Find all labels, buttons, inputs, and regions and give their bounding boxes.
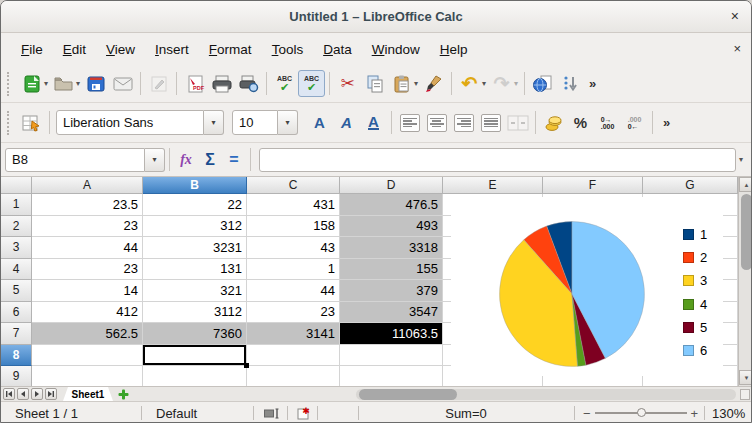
scroll-up-icon[interactable]: ▲ (739, 177, 752, 192)
paste-button[interactable] (388, 70, 415, 97)
font-size-combobox[interactable]: 10 ▾ (232, 110, 298, 135)
zoom-slider-track[interactable] (595, 412, 687, 414)
cut-button[interactable]: ✂ (334, 70, 361, 97)
redo-button[interactable]: ↷ (488, 70, 515, 97)
row-header-2[interactable]: 2 (1, 216, 32, 238)
hyperlink-button[interactable] (529, 70, 556, 97)
cell-cursor-handle[interactable] (244, 363, 249, 368)
align-center-button[interactable] (423, 109, 450, 136)
cell-B5[interactable]: 321 (143, 280, 247, 302)
name-box[interactable]: B8 (5, 148, 145, 172)
add-sheet-button[interactable] (115, 388, 131, 401)
previous-sheet-button[interactable] (17, 388, 29, 400)
sheet-number-status[interactable]: Sheet 1 / 1 (15, 402, 78, 423)
auto-spellcheck-button[interactable]: ABC ✔ (298, 70, 325, 97)
cell-A6[interactable]: 412 (32, 302, 143, 324)
row-header-1[interactable]: 1 (1, 194, 32, 216)
cell-D7[interactable]: 11063.5 (340, 323, 443, 345)
column-header-D[interactable]: D (340, 177, 443, 194)
percent-format-button[interactable]: % (567, 109, 594, 136)
formula-input-line[interactable] (259, 148, 736, 172)
menu-view[interactable]: View (96, 38, 145, 61)
copy-button[interactable] (361, 70, 388, 97)
cell-A8[interactable] (32, 345, 143, 367)
cell-A5[interactable]: 14 (32, 280, 143, 302)
styles-button[interactable] (18, 109, 45, 136)
zoom-level-status[interactable]: 130% (712, 402, 745, 423)
menu-file[interactable]: File (11, 38, 53, 61)
row-header-5[interactable]: 5 (1, 280, 32, 302)
formula-button[interactable]: = (222, 148, 246, 172)
cell-B1[interactable]: 22 (143, 194, 247, 216)
name-box-dropdown-icon[interactable]: ▾ (145, 148, 165, 172)
cell-B3[interactable]: 3231 (143, 237, 247, 259)
zoom-out-icon[interactable]: − (583, 406, 591, 421)
cell-A3[interactable]: 44 (32, 237, 143, 259)
window-close-icon[interactable]: × (731, 9, 739, 23)
new-document-button[interactable] (18, 70, 45, 97)
next-sheet-button[interactable] (31, 388, 43, 400)
font-name-combobox[interactable]: Liberation Sans ▾ (56, 110, 224, 135)
vertical-scrollbar[interactable]: ▲ ▼ (738, 177, 752, 386)
page-style-status[interactable]: Default (156, 402, 197, 423)
cell-A1[interactable]: 23.5 (32, 194, 143, 216)
cell-D1[interactable]: 476.5 (340, 194, 443, 216)
row-header-9[interactable]: 9 (1, 366, 32, 386)
column-header-E[interactable]: E (443, 177, 543, 194)
zoom-slider-handle[interactable] (637, 408, 646, 417)
underline-button[interactable]: A (360, 109, 387, 136)
menu-edit[interactable]: Edit (53, 38, 96, 61)
embedded-pie-chart[interactable]: 123456 (451, 197, 723, 376)
cell-B7[interactable]: 7360 (143, 323, 247, 345)
font-size-dropdown-icon[interactable]: ▾ (278, 110, 298, 135)
first-sheet-button[interactable] (3, 388, 15, 400)
document-close-icon[interactable]: × (733, 41, 741, 56)
sheet-tab-sheet1[interactable]: Sheet1 (63, 387, 113, 401)
print-button[interactable] (208, 70, 235, 97)
currency-format-button[interactable] (540, 109, 567, 136)
cell-C5[interactable]: 44 (247, 280, 340, 302)
italic-button[interactable]: A (333, 109, 360, 136)
cell-A2[interactable]: 23 (32, 216, 143, 238)
cell-C6[interactable]: 23 (247, 302, 340, 324)
last-sheet-button[interactable] (45, 388, 57, 400)
zoom-in-icon[interactable]: + (691, 406, 699, 421)
align-right-button[interactable] (450, 109, 477, 136)
cell-B8[interactable] (143, 345, 247, 367)
toolbar-grip[interactable] (7, 111, 14, 135)
cell-B4[interactable]: 131 (143, 259, 247, 281)
column-header-F[interactable]: F (543, 177, 643, 194)
column-header-A[interactable]: A (32, 177, 143, 194)
scroll-down-icon[interactable]: ▼ (739, 370, 752, 385)
cell-C9[interactable] (247, 366, 340, 386)
menu-tools[interactable]: Tools (262, 38, 314, 61)
cell-A7[interactable]: 562.5 (32, 323, 143, 345)
menu-data[interactable]: Data (313, 38, 362, 61)
bold-button[interactable]: A (306, 109, 333, 136)
font-size-value[interactable]: 10 (232, 110, 278, 135)
save-button[interactable] (82, 70, 109, 97)
export-pdf-button[interactable]: PDF (181, 70, 208, 97)
cell-D3[interactable]: 3318 (340, 237, 443, 259)
edit-mode-button[interactable] (145, 70, 172, 97)
cell-D5[interactable]: 379 (340, 280, 443, 302)
document-modified-button[interactable]: ✱ (297, 402, 312, 423)
cell-D6[interactable]: 3547 (340, 302, 443, 324)
selection-mode-button[interactable] (264, 402, 281, 423)
cell-D8[interactable] (340, 345, 443, 367)
select-all-corner[interactable] (1, 177, 32, 194)
cell-C8[interactable] (247, 345, 340, 367)
cell-D9[interactable] (340, 366, 443, 386)
cell-C3[interactable]: 43 (247, 237, 340, 259)
row-header-8[interactable]: 8 (1, 345, 32, 367)
cell-C7[interactable]: 3141 (247, 323, 340, 345)
undo-button[interactable]: ↶ (456, 70, 483, 97)
font-name-value[interactable]: Liberation Sans (56, 110, 204, 135)
row-header-6[interactable]: 6 (1, 302, 32, 324)
row-header-7[interactable]: 7 (1, 323, 32, 345)
align-left-button[interactable] (396, 109, 423, 136)
menu-insert[interactable]: Insert (145, 38, 199, 61)
menu-format[interactable]: Format (199, 38, 262, 61)
row-header-4[interactable]: 4 (1, 259, 32, 281)
delete-decimal-button[interactable]: .000 0← (621, 109, 648, 136)
